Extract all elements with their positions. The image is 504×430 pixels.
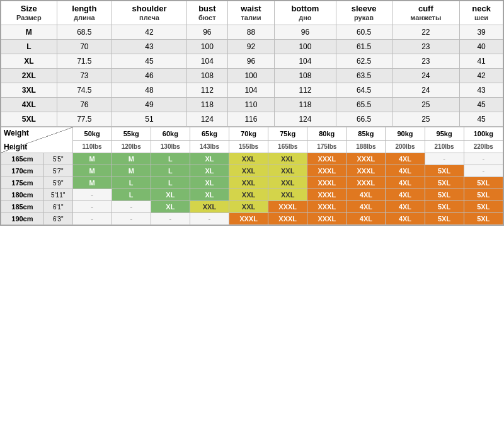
size-row: L70431009210061.52340 [1,40,503,54]
size-row: 2XL734610810010863.52442 [1,69,503,83]
size-cell-value: 100 [227,69,275,83]
weight-kg-header: 95kg [425,127,464,141]
size-recommendation: XXL [229,165,268,177]
size-row: 4XL764911811011865.52545 [1,98,503,112]
size-recommendation: L [112,189,151,201]
size-col-header: shoulderплеча [112,1,187,25]
size-recommendation: M [112,153,151,165]
size-recommendation: - [464,165,503,177]
size-cell-size: XL [1,54,57,69]
size-recommendation: - [112,213,151,225]
size-row: XL71.5451049610462.52341 [1,54,503,69]
size-recommendation: M [72,153,112,165]
size-cell-value: 45 [460,112,503,127]
size-col-header: cuffманжеты [392,1,460,25]
size-col-header: waistталии [227,1,275,25]
size-cell-value: 42 [112,25,187,40]
wh-row: 185cm6'1"--XLXXLXXLXXXLXXXL4XL4XL5XL5XL [1,201,503,213]
size-cell-value: 43 [460,83,503,98]
size-cell-value: 41 [460,54,503,69]
size-cell-value: 118 [275,98,336,112]
weight-lbs-header: 155lbs [229,141,268,153]
size-cell-value: 63.5 [336,69,392,83]
size-recommendation: 5XL [425,213,464,225]
size-recommendation: L [151,165,190,177]
size-cell-value: 23 [392,54,460,69]
size-recommendation: XXL [229,177,268,189]
size-cell-value: 116 [227,112,275,127]
size-recommendation: XXL [268,177,307,189]
height-ft: 6'3" [43,213,72,225]
size-recommendation: XXXL [307,201,346,213]
size-recommendation: 4XL [386,153,425,165]
size-recommendation: XXXL [268,201,307,213]
size-recommendation: L [151,153,190,165]
size-recommendation: 5XL [464,177,503,189]
size-recommendation: 5XL [464,213,503,225]
height-ft: 5'11" [43,189,72,201]
weight-kg-header: 75kg [268,127,307,141]
weight-kg-header: 50kg [72,127,112,141]
height-ft: 5'7" [43,165,72,177]
size-recommendation: 5XL [425,165,464,177]
height-cm: 175cm [1,177,44,189]
size-cell-value: 45 [112,54,187,69]
size-cell-value: 39 [460,25,503,40]
size-recommendation: 4XL [386,213,425,225]
weight-kg-header: 70kg [229,127,268,141]
size-cell-value: 23 [392,40,460,54]
weight-kg-header: 80kg [307,127,346,141]
weight-lbs-header: 110lbs [72,141,112,153]
size-recommendation: M [112,165,151,177]
size-recommendation: - [464,153,503,165]
weight-kg-header: 60kg [151,127,190,141]
size-recommendation: - [151,213,190,225]
size-cell-value: 73 [57,69,112,83]
size-recommendation: L [112,177,151,189]
size-cell-value: 92 [227,40,275,54]
weight-lbs-header: 130lbs [151,141,190,153]
size-cell-value: 24 [392,69,460,83]
size-cell-value: 100 [187,40,228,54]
size-recommendation: XXXL [307,213,346,225]
height-cm: 170cm [1,165,44,177]
size-col-header: sleeveрукав [336,1,392,25]
size-cell-value: 25 [392,98,460,112]
size-row: M68.54296889660.52239 [1,25,503,40]
size-recommendation: XXL [190,201,229,213]
size-cell-value: 48 [112,83,187,98]
size-cell-value: 62.5 [336,54,392,69]
size-recommendation: XL [151,189,190,201]
size-recommendation: 5XL [425,201,464,213]
size-recommendation: - [72,189,112,201]
wh-row: 165cm5'5"MMLXLXXLXXLXXXLXXXL4XL-- [1,153,503,165]
wh-table: WeightHeight50kg55kg60kg65kg70kg75kg80kg… [1,127,503,225]
size-cell-value: 64.5 [336,83,392,98]
size-cell-value: 118 [187,98,228,112]
size-recommendation: 4XL [346,213,386,225]
size-recommendation: XXL [268,153,307,165]
size-cell-value: 74.5 [57,83,112,98]
size-recommendation: XXXL [307,153,346,165]
weight-kg-header: 85kg [346,127,386,141]
weight-lbs-header: 120lbs [112,141,151,153]
size-row: 5XL77.55112411612466.52545 [1,112,503,127]
weight-lbs-header: 188lbs [346,141,386,153]
size-cell-value: 104 [227,83,275,98]
height-cm: 165cm [1,153,44,165]
size-cell-value: 112 [187,83,228,98]
size-col-header: SizeРазмер [1,1,57,25]
height-cm: 185cm [1,201,44,213]
main-container: SizeРазмерlengthдлинаshoulderплечаbustбю… [0,0,504,226]
height-label: Height [4,142,70,151]
height-cm: 180cm [1,189,44,201]
wh-row: 170cm5'7"MMLXLXXLXXLXXXLXXXL4XL5XL- [1,165,503,177]
weight-kg-header: 55kg [112,127,151,141]
size-cell-value: 68.5 [57,25,112,40]
size-cell-value: 104 [275,54,336,69]
height-cm: 190cm [1,213,44,225]
size-recommendation: 5XL [425,177,464,189]
size-cell-value: 100 [275,40,336,54]
height-ft: 5'5" [43,153,72,165]
weight-kg-header: 100kg [464,127,503,141]
